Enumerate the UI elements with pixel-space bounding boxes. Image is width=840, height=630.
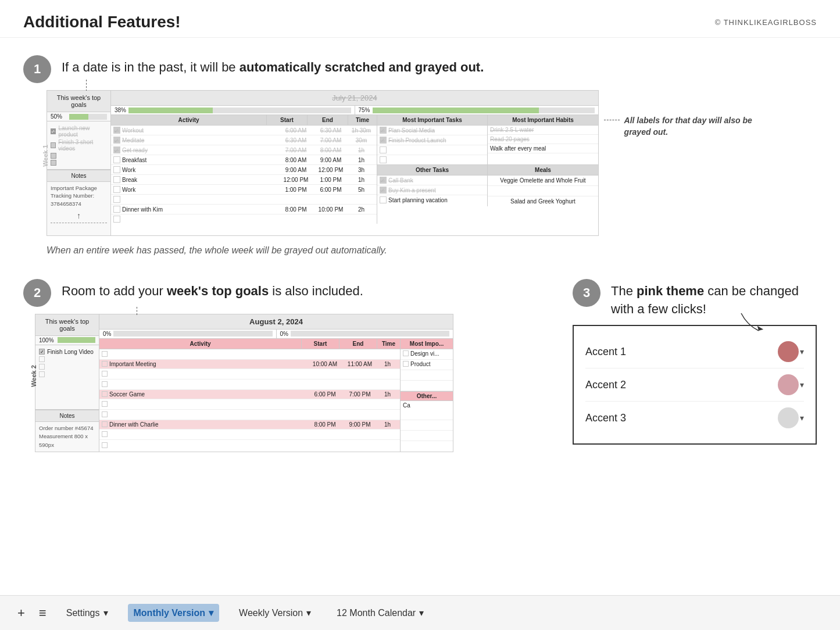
top-goals-header-1: This week's top goals [47,91,110,112]
date-header-1: July 21, 2024 [111,91,598,106]
progress-label-left-1: 50% [51,113,67,120]
demo-table-2: Week 2 This week's top goals 100% ✓ Fini… [35,314,453,452]
features-2-3-row: 2 Room to add your week's top goals is a… [23,279,817,452]
notes-content-1: Important Package Tracking Number: 37846… [47,182,110,210]
main-header: Additional Features! © THINKLIKEAGIRLBOS… [0,0,840,38]
page-title: Additional Features! [23,13,181,31]
accent-1-label: Accent 1 [585,346,626,358]
dashed-arrow-1 [86,80,87,91]
progress-row-main-1: 38% 75% [111,106,598,115]
weekly-label: Weekly Version [239,608,303,618]
accent-row-1: Accent 1 ▾ [585,335,804,368]
activity-row-6: Break 12:00 PM 1:00 PM 1h [111,175,377,185]
accent-2-caret: ▾ [800,380,804,389]
activity-row-8 [111,195,377,205]
step-2-circle: 2 [23,279,51,307]
settings-caret: ▾ [103,607,108,618]
goal-cb-3 [51,153,56,159]
accent-2-swatch [778,374,799,395]
goal-item-3 [51,153,107,159]
feature-1-section: 1 If a date is in the past, it will be a… [23,55,817,256]
activity-row-7: Work 1:00 PM 6:00 PM 5h [111,185,377,195]
accent-1-swatch [778,341,799,362]
menu-button[interactable]: ≡ [39,606,47,621]
week-passed-note: When an entire week has passed, the whol… [47,245,817,256]
accent-3-swatch [778,407,799,428]
feature-3-section: 3 The pink theme can be changed with a f… [573,279,817,445]
goal-cb-4 [51,160,56,166]
calendar-caret: ▾ [419,607,424,618]
col-headers-1: Activity Start End Time Most Important T [111,115,598,126]
monthly-caret: ▾ [209,607,213,618]
demo-table-1: Week 1 This week's top goals 50% ✓ [47,90,599,236]
progress-row-left-1: 50% [47,112,110,121]
week-arrow-1: ↑ [47,210,110,221]
tasks-top: ✓ Plan Social Media ✓ Finish Product Lau… [377,126,488,164]
settings-nav[interactable]: Settings ▾ [60,604,114,622]
accent-2-label: Accent 2 [585,379,626,391]
demo-1-wrapper: Week 1 This week's top goals 50% ✓ [35,90,817,256]
activity-row-10 [111,214,377,224]
goal-item-1: ✓ Launch new product [51,125,107,138]
weekly-nav[interactable]: Weekly Version ▾ [233,604,317,622]
monthly-label: Monthly Version [134,608,206,618]
svg-marker-0 [756,326,763,332]
goal-cb-2 [51,142,56,148]
accent-3-label: Accent 3 [585,412,626,424]
content-area: 1 If a date is in the past, it will be a… [0,38,840,510]
habits-top: Drink 2.5 L water Read 20 pages Walk aft… [488,126,598,164]
activity-row-3: ✓ Get ready 7:00 AM 8:00 AM 1h [111,145,377,155]
goal-cb-1: ✓ [51,128,56,134]
other-content: ✓ Call Bank ✓ Buy Kim a present [377,176,598,206]
activity-row-2: ✓ Meditate 6:30 AM 7:00 AM 30m [111,135,377,145]
dashed-arrow-2 [137,307,137,315]
main-panel-2: August 2, 2024 0% 0% [99,314,453,452]
goals-list-1: ✓ Launch new product Finish 3 short vide… [47,121,110,170]
weekly-caret: ▾ [306,607,311,618]
activity-row-1: ✓ Workout 6:00 AM 6:30 AM 1h 30m [111,126,377,135]
progress-bg-left-1 [69,114,107,120]
meals-content: Veggie Omelette and Whole Fruit Salad an… [488,176,598,206]
feature-2-header-row: 2 Room to add your week's top goals is a… [23,279,549,307]
tasks-habits-top: ✓ Plan Social Media ✓ Finish Product Lau… [377,126,598,165]
activities-col-1: ✓ Workout 6:00 AM 6:30 AM 1h 30m ✓ Medit… [111,126,377,224]
bottom-bar: + ≡ Settings ▾ Monthly Version ▾ Weekly … [0,595,840,630]
calendar-nav[interactable]: 12 Month Calendar ▾ [331,604,430,622]
feature-1-header-row: 1 If a date is in the past, it will be a… [23,55,817,83]
feature-2-section: 2 Room to add your week's top goals is a… [23,279,549,452]
accent-row-2: Accent 2 ▾ [585,368,804,402]
step-1-circle: 1 [23,55,51,83]
week-label-1: Week 1 [42,145,49,167]
feature-2-text: Room to add your week's top goals is als… [62,279,363,300]
demo-2-wrapper: Week 2 This week's top goals 100% ✓ Fini… [35,314,549,452]
settings-label: Settings [66,608,100,618]
step-3-circle: 3 [573,279,600,307]
callout-text-1: All labels for that day will also be gra… [604,115,778,138]
calendar-label: 12 Month Calendar [337,608,416,618]
accent-2-dropdown[interactable]: ▾ [778,374,804,395]
accent-1-dropdown[interactable]: ▾ [778,341,804,362]
main-panel-1: July 21, 2024 38% 75% [111,91,598,235]
accent-arrow-svg [695,307,764,337]
accent-1-caret: ▾ [800,347,804,356]
activity-row-5: Work 9:00 AM 12:00 PM 3h [111,165,377,175]
accent-3-dropdown[interactable]: ▾ [778,407,804,428]
week-dashed-bottom [51,223,107,234]
other-headers: Other Tasks Meals [377,165,598,176]
accent-row-3: Accent 3 ▾ [585,402,804,434]
plus-button[interactable]: + [17,606,25,621]
activity-row-4: Breakfast 8:00 AM 9:00 AM 1h [111,155,377,165]
goal-item-2: Finish 3 short videos [51,139,107,152]
week-panel-2: Week 2 This week's top goals 100% ✓ Fini… [35,314,99,452]
week-panel-1: Week 1 This week's top goals 50% ✓ [47,91,111,235]
other-tasks-content: ✓ Call Bank ✓ Buy Kim a present [377,176,488,206]
activity-row-9: Dinner with Kim 8:00 PM 10:00 PM 2h [111,205,377,214]
body-1: ✓ Workout 6:00 AM 6:30 AM 1h 30m ✓ Medit… [111,126,598,224]
goal-item-4 [51,160,107,166]
notes-header-1: Notes [47,170,110,182]
monthly-nav[interactable]: Monthly Version ▾ [128,604,220,622]
accent-3-caret: ▾ [800,413,804,423]
copyright: © THINKLIKEAGIRLBOSS [715,18,817,27]
progress-fill-left-1 [69,114,88,120]
accent-panel: Accent 1 ▾ Accent 2 ▾ Accent 3 [573,325,817,445]
